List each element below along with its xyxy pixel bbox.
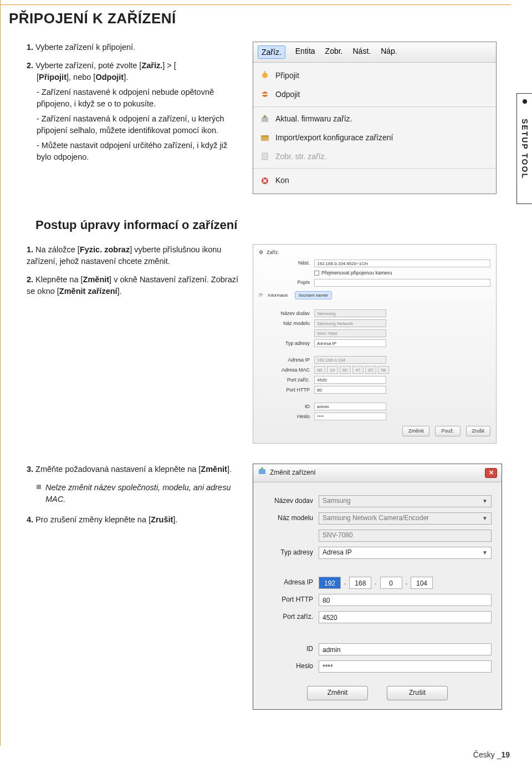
step-c3: 3.Změňte požadovaná nastavení a klepněte…: [27, 464, 243, 475]
menu-item-connect[interactable]: Připojit: [253, 66, 496, 85]
chevron-down-icon: ▼: [482, 515, 488, 523]
section-title: Postup úpravy informací o zařízení: [35, 216, 516, 234]
vendor-select: Samsung▼: [319, 495, 492, 507]
dialog-icon: [258, 467, 267, 479]
svg-rect-11: [261, 467, 263, 470]
port-device-field[interactable]: 4520: [314, 376, 386, 384]
chevron-down-icon: ▼: [482, 549, 488, 557]
model-select: Samsung Network Camera/Encoder▼: [319, 512, 492, 525]
page-title: PŘIPOJENÍ K ZAŘÍZENÍ: [9, 8, 516, 29]
side-tab: SETUP TOOL: [516, 93, 532, 204]
dialog-cancel-button[interactable]: Zrušit: [387, 686, 448, 700]
import-export-icon: [260, 133, 270, 143]
menu-screenshot: Zaříz. Entita Zobr. Nást. Náp. Připojit: [253, 42, 497, 194]
change-button[interactable]: Změnit: [402, 426, 430, 436]
step-b1: 1.Na záložce [Fyzic. zobraz] vyberte pří…: [27, 244, 243, 267]
dialog-change-button[interactable]: Změnit: [307, 686, 368, 700]
pw-field[interactable]: ****: [314, 413, 386, 420]
note: Nelze změnit název společnosti, modelu, …: [37, 482, 243, 505]
svg-rect-10: [259, 469, 265, 474]
ip-address-field[interactable]: 192. 168. 0. 104: [319, 577, 433, 589]
menu-item-firmware[interactable]: Aktual. firmwaru zaříz.: [253, 109, 496, 128]
menubar: Zaříz. Entita Zobr. Nást. Náp.: [253, 42, 496, 63]
settings-panel: ⚙ Zaříz. Nást. 192.168.0.104:4520~1CH Př…: [253, 244, 497, 444]
unplug-icon: [260, 89, 270, 99]
cancel-button[interactable]: Zrušit: [466, 426, 491, 436]
firmware-icon: [260, 114, 270, 124]
id-field[interactable]: admin: [314, 403, 386, 410]
page-footer: Česky _19: [473, 749, 510, 760]
port-http-field[interactable]: 80: [319, 594, 492, 606]
desc-field[interactable]: [314, 279, 490, 287]
step-b2: 2.Klepněte na [Změnit] v okně Nastavení …: [27, 274, 243, 297]
port-device-field[interactable]: 4520: [319, 611, 492, 623]
svg-rect-4: [262, 118, 268, 122]
menu-entity[interactable]: Entita: [295, 45, 315, 59]
tab-info[interactable]: Informace: [265, 292, 291, 299]
pw-field[interactable]: ****: [319, 660, 492, 673]
menu-help[interactable]: Náp.: [381, 45, 397, 59]
port-http-field[interactable]: 80: [314, 386, 386, 394]
model-code: SNV-7080: [319, 530, 492, 542]
apply-button[interactable]: Použ.: [435, 426, 460, 436]
menu-item-end[interactable]: Kon: [253, 171, 496, 190]
step-2: 2.Vyberte zařízení, poté zvolte [Zaříz.]…: [27, 60, 243, 163]
svg-rect-1: [264, 71, 265, 74]
dropdown-menu: Připojit Odpojit: [253, 63, 496, 194]
id-field[interactable]: admin: [319, 643, 492, 655]
step-c4: 4.Pro zrušení změny klepněte na [Zrušit]…: [27, 514, 243, 526]
address-type-select[interactable]: Adresa IP▼: [319, 547, 492, 559]
tab-camera-list[interactable]: Seznam kamer: [295, 291, 332, 300]
plug-icon: [260, 70, 270, 80]
svg-rect-7: [261, 135, 269, 137]
menu-item-showpage: Zobr. str. zaříz.: [253, 147, 496, 166]
name-field[interactable]: 192.168.0.104:4520~1CH: [314, 260, 490, 267]
change-device-dialog: Změnit zařízení ✕ Název dodav Samsung▼ N…: [253, 464, 502, 709]
dialog-title: Změnit zařízení: [270, 468, 316, 477]
menu-tools[interactable]: Nást.: [353, 45, 371, 59]
dialog-close-button[interactable]: ✕: [485, 468, 497, 478]
address-type-select[interactable]: Adresa IP: [314, 339, 386, 347]
page-icon: [260, 151, 270, 161]
menu-view[interactable]: Zobr.: [325, 45, 343, 59]
svg-marker-5: [263, 115, 267, 118]
rename-checkbox[interactable]: [314, 271, 319, 276]
step-1: 1.Vyberte zařízení k připojení.: [27, 42, 243, 53]
chevron-down-icon: ▼: [482, 497, 488, 506]
menu-item-disconnect[interactable]: Odpojit: [253, 85, 496, 104]
svg-rect-3: [262, 94, 268, 95]
menu-item-importexport[interactable]: Import/export konfigurace zařízení: [253, 128, 496, 147]
close-icon: [260, 176, 270, 186]
menu-device[interactable]: Zaříz.: [258, 45, 285, 59]
svg-rect-8: [262, 153, 268, 160]
